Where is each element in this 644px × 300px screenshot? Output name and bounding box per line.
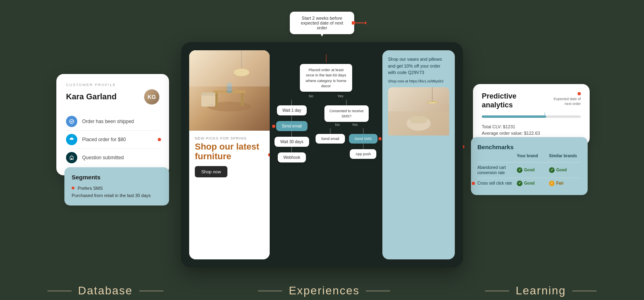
database-label: Database [47, 284, 163, 297]
analytics-title: Predictive analytics [482, 92, 549, 109]
email-headline: Shop our latest furniture [195, 142, 264, 161]
activity-question: Question submitted [66, 149, 159, 166]
email-red-dot [268, 153, 270, 156]
progress-bar-fill [482, 115, 546, 118]
vline6 [330, 128, 330, 134]
shop-now-button[interactable]: Shop now [195, 166, 227, 177]
db-line-left [47, 291, 72, 291]
sub-branches: Send email Send SMS App push [316, 128, 378, 159]
shipped-icon [66, 116, 77, 127]
question-text: Question submitted [82, 155, 124, 160]
bench-col-similar: Similar brands [549, 154, 581, 158]
analytics-card: Predictive analytics Expected date of ne… [473, 84, 590, 145]
email-content: New picks for spring Shop our latest fur… [189, 131, 270, 183]
expected-red-dot [578, 92, 581, 95]
abandoned-similar-label: Good [556, 168, 567, 172]
learn-line-right [572, 291, 597, 291]
profile-label: CUSTOMER PROFILE [66, 83, 159, 87]
bench-abandoned-similar: ✓ Good [549, 167, 581, 173]
vline2 [291, 115, 292, 121]
branch-yes: Consented to receive SMS? No Yes Send em… [316, 100, 378, 159]
database-label-text: Database [78, 284, 133, 297]
segment-sms-text: Prefers SMS [78, 186, 103, 191]
no-label-2: No [335, 123, 340, 127]
db-line-right [139, 291, 163, 291]
email-image [189, 50, 270, 131]
sms-dot [72, 187, 74, 189]
experiences-section: Start 2 weeks before expected date of ne… [177, 12, 467, 267]
send-sms-wrapper: Send SMS [349, 134, 378, 144]
send-email-wrapper: Send email [276, 121, 308, 131]
flow-branches: Wait 1 day Send email Wait 30 days Webho… [275, 100, 378, 162]
flow-decision1: Placed order at least once in the last 6… [300, 64, 352, 92]
branch-no: Wait 1 day Send email Wait 30 days Webho… [275, 100, 309, 162]
bench-abandoned-your: ✓ Good [517, 167, 549, 173]
vline8 [363, 144, 363, 149]
abandoned-your-label: Good [524, 168, 535, 172]
consented-node: Consented to receive SMS? [324, 105, 369, 122]
flow-panel: Placed order at least once in the last 6… [275, 50, 378, 259]
bench-metric-abandoned: Abandoned cart conversion rate [477, 165, 517, 175]
send-email-2-node: Send email [316, 134, 345, 144]
branch-labels-1: No Yes [309, 94, 343, 99]
svg-rect-5 [215, 93, 218, 107]
start-tooltip: Start 2 weeks before expected date of ne… [290, 12, 354, 34]
learn-line-left [485, 291, 509, 291]
wait2-node: Wait 30 days [275, 137, 309, 147]
learning-label-text: Learning [516, 284, 566, 297]
expected-date-label: Expected date of next order [549, 97, 581, 106]
segments-title: Segments [72, 174, 162, 181]
svg-rect-1 [71, 158, 72, 160]
stat-aov: Average order value: $122.63 [482, 131, 581, 136]
bench-col-blank [477, 154, 517, 158]
svg-rect-8 [201, 92, 215, 96]
sms-link: Shop now at https://klv1.io/8Byd42 [388, 79, 449, 83]
bench-row-crosssell: Cross sell click rate ✓ Good ! Fair [477, 178, 581, 189]
email-tag: New picks for spring [195, 136, 264, 140]
segments-card: Segments Prefers SMS Purchased from reta… [64, 167, 169, 205]
tooltip-text: Start 2 weeks before expected date of ne… [301, 16, 343, 30]
bench-crosssell-your: ✓ Good [517, 181, 549, 186]
segment-retail-text: Purchased from retail in the last 30 day… [72, 193, 151, 198]
vline7 [363, 128, 363, 134]
progress-bar-container [482, 115, 581, 118]
benchmarks-title: Benchmarks [477, 144, 581, 150]
analytics-header: Predictive analytics Expected date of ne… [482, 92, 581, 109]
bench-header: Your brand Similar brands [477, 154, 581, 158]
send-email-dot [272, 125, 275, 128]
bottom-labels: Database Experiences Learning [0, 276, 644, 297]
sub-no: Send email [316, 128, 345, 159]
svg-rect-17 [410, 116, 427, 123]
bench-metric-crosssell: Cross sell click rate [477, 181, 517, 186]
vline5 [346, 100, 347, 105]
app-push-node: App push [350, 149, 376, 159]
send-sms-node: Send SMS [349, 134, 378, 144]
tooltip-arrow [352, 21, 366, 25]
sms-image [388, 87, 449, 137]
exp-line-right [366, 291, 390, 291]
crosssell-your-label: Good [524, 181, 535, 185]
zendesk-icon [66, 152, 77, 163]
sms-text: Shop our vases and pillows and get 10% o… [388, 56, 449, 76]
svg-rect-13 [189, 50, 270, 86]
customer-name: Kara Garland [66, 92, 117, 101]
send-email-1-node: Send email [276, 121, 308, 131]
vline4 [291, 147, 292, 152]
svg-rect-6 [241, 93, 244, 107]
database-section: CUSTOMER PROFILE Kara Garland KG Order h… [48, 74, 177, 205]
bench-row-abandoned: Abandoned cart conversion rate ✓ Good ✓ … [477, 162, 581, 178]
benchmarks-card: Benchmarks Your brand Similar brands Aba… [471, 137, 588, 195]
activity-order: Placed order for $80 [66, 131, 159, 149]
sub-yes: Send SMS App push [349, 128, 378, 159]
check-icon-2: ✓ [549, 167, 555, 173]
vline3 [291, 131, 292, 137]
svg-rect-7 [201, 95, 215, 107]
flow-red-line-top [326, 54, 326, 62]
yes-label-1: Yes [337, 94, 343, 98]
warn-icon-1: ! [549, 181, 555, 186]
sms-red-dot [378, 137, 382, 140]
sms-card: Shop our vases and pillows and get 10% o… [382, 50, 455, 259]
expected-date-col: Expected date of next order [549, 92, 581, 106]
no-label-1: No [309, 94, 314, 98]
bench-crosssell-similar: ! Fair [549, 181, 581, 186]
